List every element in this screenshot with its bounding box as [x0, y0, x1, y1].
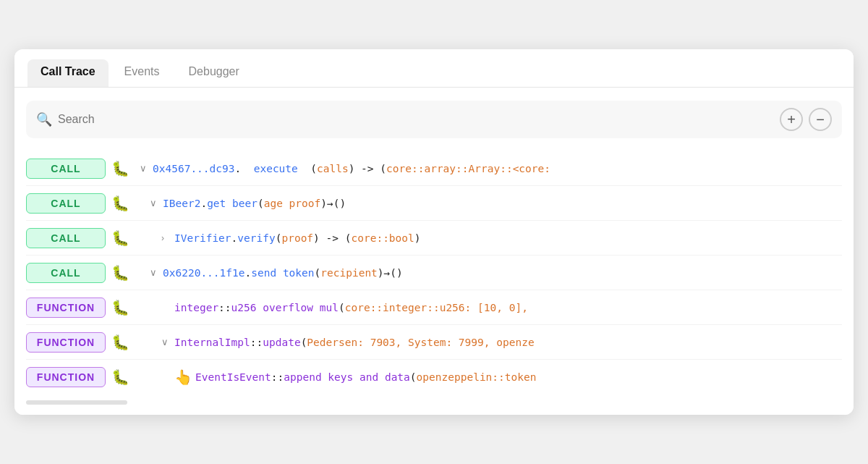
- pointer-cursor-icon: 👆: [174, 368, 192, 386]
- bug-icon: 🐛: [111, 195, 129, 212]
- zoom-out-button[interactable]: −: [809, 108, 832, 131]
- table-row: FUNCTION 🐛 ∨ InternalImpl::update(Peders…: [26, 325, 842, 360]
- function-badge: FUNCTION: [26, 332, 106, 353]
- trace-list: CALL 🐛 ∨ 0x4567...dc93.__execute__(calls…: [26, 151, 842, 395]
- table-row: CALL 🐛 ∨ IBeer2.get_beer(age_proof)→(): [26, 186, 842, 221]
- chevron-right-icon: ›: [161, 233, 171, 243]
- search-input[interactable]: [58, 113, 774, 126]
- call-badge: CALL: [26, 228, 106, 248]
- table-row: CALL 🐛 › IVerifier.verify(proof) -> (cor…: [26, 221, 842, 256]
- bug-icon: 🐛: [111, 264, 129, 282]
- trace-text: 0x4567...dc93.__execute__(calls) -> (cor…: [153, 163, 550, 174]
- call-badge: CALL: [26, 263, 106, 283]
- trace-text: 0x6220...1f1e.send_token(recipient)→(): [163, 267, 403, 279]
- trace-text: InternalImpl::update(Pedersen: 7903, Sys…: [174, 337, 535, 348]
- horizontal-scrollbar[interactable]: [26, 400, 127, 405]
- bug-icon: 🐛: [111, 229, 129, 247]
- tab-events[interactable]: Events: [111, 59, 173, 87]
- trace-text: IBeer2.get_beer(age_proof)→(): [163, 198, 346, 209]
- chevron-down-icon: ∨: [161, 337, 171, 347]
- table-row: CALL 🐛 ∨ 0x6220...1f1e.send_token(recipi…: [26, 256, 842, 290]
- table-row: CALL 🐛 ∨ 0x4567...dc93.__execute__(calls…: [26, 151, 842, 186]
- call-badge: CALL: [26, 159, 106, 179]
- zoom-controls: + −: [780, 108, 832, 131]
- tab-call-trace[interactable]: Call Trace: [27, 59, 109, 87]
- table-row: FUNCTION 🐛 👆 EventIsEvent::append_keys_a…: [26, 360, 842, 395]
- bug-icon: 🐛: [111, 160, 129, 177]
- trace-text: EventIsEvent::append_keys_and_data(openz…: [195, 371, 536, 383]
- main-content: 🔍 + − CALL 🐛 ∨ 0x4567...dc93.__execute__…: [14, 88, 854, 415]
- zoom-in-button[interactable]: +: [780, 108, 803, 131]
- function-badge: FUNCTION: [26, 298, 106, 318]
- bug-icon: 🐛: [111, 368, 129, 386]
- table-row: FUNCTION 🐛 integer::u256_overflow_mul(co…: [26, 290, 842, 325]
- call-badge: CALL: [26, 193, 106, 214]
- main-window: Call Trace Events Debugger 🔍 + − CALL 🐛 …: [14, 49, 854, 415]
- chevron-down-icon: ∨: [150, 267, 160, 278]
- trace-text: integer::u256_overflow_mul(core::integer…: [174, 302, 528, 313]
- trace-text: IVerifier.verify(proof) -> (core::bool): [174, 232, 421, 244]
- tab-bar: Call Trace Events Debugger: [14, 49, 854, 88]
- bug-icon: 🐛: [111, 299, 129, 316]
- bug-icon: 🐛: [111, 334, 129, 351]
- function-badge: FUNCTION: [26, 367, 106, 387]
- search-icon: 🔍: [36, 111, 52, 127]
- search-bar: 🔍 + −: [26, 101, 842, 138]
- chevron-down-icon: ∨: [150, 198, 160, 208]
- tab-debugger[interactable]: Debugger: [176, 59, 252, 87]
- chevron-down-icon: ∨: [140, 163, 150, 174]
